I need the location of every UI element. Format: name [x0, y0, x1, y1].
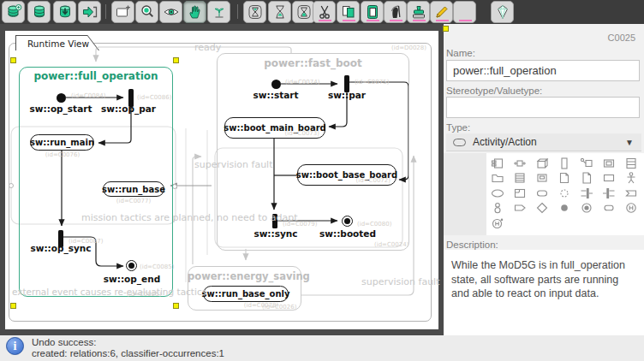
image-box-icon[interactable]: [598, 156, 620, 171]
dashed-circle-icon[interactable]: [553, 186, 575, 201]
final-node-op-end[interactable]: [126, 260, 137, 271]
activity-rounded-rect-icon: [453, 139, 466, 146]
node-label: sw::booted: [305, 228, 391, 239]
selection-handle[interactable]: [443, 26, 449, 32]
annotation-external-event: external event causes re-evaluating tact…: [12, 287, 206, 297]
paste-button[interactable]: [361, 1, 384, 23]
hotkey-marker: [436, 20, 449, 21]
hourglass-button[interactable]: [268, 1, 291, 23]
send-signal-icon[interactable]: [509, 201, 531, 216]
stamp-icon: [410, 3, 427, 21]
status-line-2: created: relations:6, classifier-occurre…: [32, 348, 224, 358]
stamp-button[interactable]: [407, 1, 430, 23]
figure-eight-icon[interactable]: [486, 201, 509, 216]
gem-button[interactable]: [491, 1, 514, 23]
status-bar: i Undo success: created: relations:6, cl…: [0, 335, 644, 361]
empty-tool-button[interactable]: [453, 1, 476, 23]
edit-button[interactable]: [430, 1, 453, 23]
element-code: C0025: [608, 33, 635, 43]
node-label: sw::start: [233, 90, 319, 100]
decision-diamond-icon[interactable]: [531, 201, 553, 216]
shallow-history-icon[interactable]: [620, 201, 642, 216]
final-node-icon[interactable]: [575, 201, 598, 216]
grow-button[interactable]: [207, 1, 230, 23]
copy-icon: [340, 3, 357, 21]
component-icon[interactable]: [486, 156, 509, 171]
initial-node-start[interactable]: [271, 80, 281, 89]
list-box-icon[interactable]: [509, 171, 531, 186]
port-class-icon[interactable]: [575, 156, 598, 171]
selection-handle[interactable]: [10, 303, 16, 309]
selection-handle[interactable]: [173, 303, 179, 309]
node-3d-icon[interactable]: [531, 156, 553, 171]
table-rows-icon[interactable]: [620, 156, 642, 171]
cut-button[interactable]: [313, 1, 336, 23]
type-label: Type:: [446, 122, 470, 133]
copy-button[interactable]: [337, 1, 360, 23]
node-id-label: (id=C0084): [71, 92, 105, 99]
node-label: sw::run_main: [30, 138, 94, 147]
hourglass-start-button[interactable]: [243, 1, 266, 23]
initial-node-op-start[interactable]: [57, 93, 66, 103]
hourglass-done-button[interactable]: [292, 1, 315, 23]
titled-box-icon[interactable]: [531, 171, 553, 186]
pan-button[interactable]: [183, 1, 206, 23]
document-icon[interactable]: [575, 171, 598, 186]
description-text: While the MoD5G is in full_operation sta…: [444, 250, 644, 301]
folder-icon[interactable]: [486, 171, 509, 186]
assembly-connector-icon[interactable]: [509, 156, 531, 171]
type-palette-icons: [486, 153, 644, 235]
new-frame-button[interactable]: [111, 1, 134, 23]
activity-boot-main-board[interactable]: sw::boot_main_board(id=C0073): [224, 117, 325, 139]
activity-run-base-only[interactable]: sw::run_base_only: [203, 286, 289, 302]
name-field[interactable]: [446, 60, 640, 81]
db-export-icon: [81, 3, 98, 21]
stereotype-label: Stereotype/Valuetype:: [446, 86, 542, 96]
node-id-label: (id=C0074): [285, 79, 319, 86]
final-node-booted[interactable]: [342, 216, 353, 227]
vertical-rect-icon[interactable]: [553, 156, 575, 171]
node-id-label: (id=C0087): [69, 238, 103, 245]
db-add-button[interactable]: [2, 1, 25, 23]
db-button[interactable]: [27, 1, 51, 23]
view-button[interactable]: [159, 1, 182, 23]
new-frame-icon: [115, 3, 132, 21]
application-window: Runtime View (id=D0028): [0, 0, 644, 361]
node-id-label: (id=C0073): [285, 130, 319, 137]
activity-rounded-rect-icon[interactable]: [531, 186, 553, 201]
actor-icon[interactable]: [620, 171, 642, 186]
small-rounded-rect-icon[interactable]: [598, 201, 620, 216]
db-export-button[interactable]: [78, 1, 101, 23]
signal-receive-icon[interactable]: [620, 186, 642, 201]
node-id-label: (id=C0078): [231, 302, 291, 309]
initial-node-icon[interactable]: [553, 201, 575, 216]
join-node-icon[interactable]: [575, 186, 598, 201]
state-title: power::full_operation: [19, 70, 173, 82]
node-id-label: (id=C0085): [140, 263, 174, 270]
fork-node-icon[interactable]: [598, 186, 620, 201]
annotation-supervision-fault: supervision fault: [361, 276, 439, 287]
type-palette: [444, 153, 644, 235]
rect-icon[interactable]: [598, 171, 620, 186]
annotation-ready: ready: [194, 42, 221, 53]
type-dropdown-value: Activity/Action: [473, 136, 537, 148]
type-dropdown[interactable]: Activity/Action ▼: [446, 133, 641, 151]
diagram-canvas[interactable]: Runtime View (id=D0028): [5, 31, 438, 329]
name-label: Name:: [446, 48, 475, 58]
selection-handle[interactable]: [10, 57, 16, 63]
activity-run-base[interactable]: sw::run_base: [103, 181, 164, 197]
deep-history-icon[interactable]: [486, 216, 509, 231]
stereotype-field[interactable]: [446, 97, 640, 118]
toolbar-separator: [237, 4, 238, 19]
ellipse-icon[interactable]: [486, 186, 509, 201]
delete-button[interactable]: [384, 1, 407, 23]
status-line-1: Undo success:: [32, 337, 96, 347]
frame-icon[interactable]: [509, 186, 531, 201]
activity-run-main[interactable]: sw::run_main: [30, 134, 94, 151]
db-import-button[interactable]: [53, 1, 76, 23]
zoom-button[interactable]: [135, 1, 158, 23]
activity-boot-base-board[interactable]: sw::boot_base_board(id=C0072): [297, 164, 397, 186]
note-icon[interactable]: [553, 171, 575, 186]
reaper-delete-icon: [387, 3, 404, 21]
selection-handle[interactable]: [173, 57, 179, 63]
